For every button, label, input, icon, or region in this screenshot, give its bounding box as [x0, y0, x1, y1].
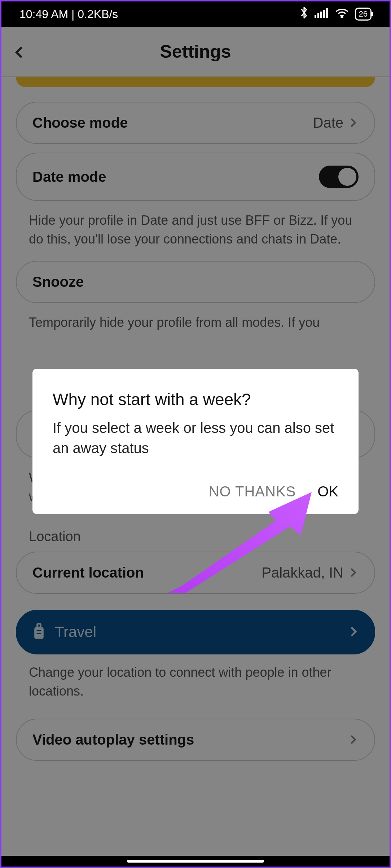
no-thanks-button[interactable]: NO THANKS	[209, 483, 296, 500]
svg-rect-0	[315, 15, 316, 18]
svg-rect-4	[326, 8, 328, 18]
svg-rect-2	[320, 12, 322, 18]
svg-rect-1	[317, 13, 319, 18]
gesture-nav-bar	[1, 856, 390, 867]
home-handle[interactable]	[127, 860, 264, 863]
dialog-scrim[interactable]: Why not start with a week? If you select…	[1, 27, 390, 856]
dialog-body: If you select a week or less you can als…	[53, 418, 338, 458]
dialog-title: Why not start with a week?	[53, 390, 338, 409]
ok-button[interactable]: OK	[317, 483, 338, 500]
status-bar: 10:49 AM | 0.2KB/s 26	[1, 1, 390, 27]
snooze-suggestion-dialog: Why not start with a week? If you select…	[32, 369, 359, 514]
svg-rect-3	[323, 10, 325, 18]
battery-icon: 26	[355, 8, 372, 21]
svg-point-5	[341, 16, 343, 18]
wifi-icon	[335, 7, 349, 21]
cellular-icon	[315, 7, 329, 21]
status-time: 10:49 AM	[19, 8, 68, 21]
app-body: Settings Choose mode Date Date mode Hide…	[1, 27, 390, 856]
status-netspeed: 0.2KB/s	[78, 8, 118, 21]
bluetooth-icon	[299, 6, 309, 22]
